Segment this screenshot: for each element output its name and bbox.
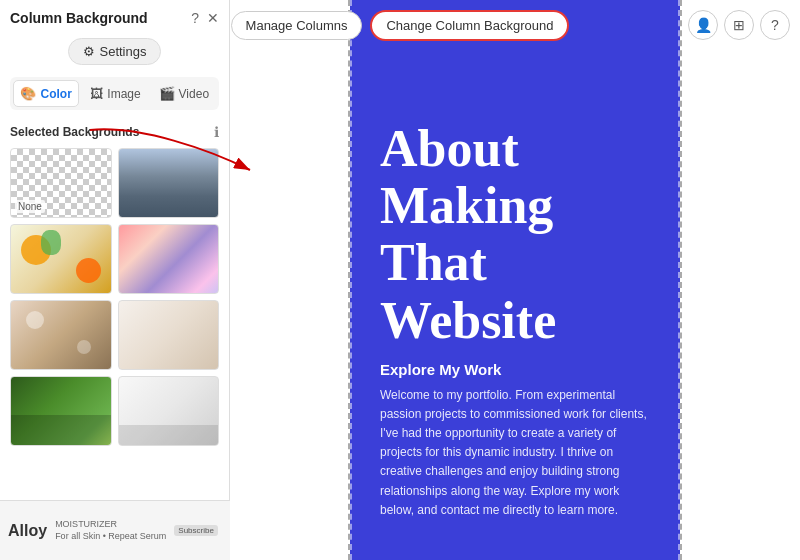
bg-none-label: None [15,200,45,213]
tab-color[interactable]: 🎨 Color [13,80,79,107]
tagline: For all Skin • Repeat Serum [55,531,166,543]
bg-flowers[interactable] [10,300,112,370]
top-bar-icons: 👤 ⊞ ? [688,10,790,40]
alloy-logo: Alloy [8,522,47,540]
top-bar: Manage Columns Change Column Background … [0,0,800,50]
explore-text: Welcome to my portfolio. From experiment… [380,386,650,520]
blue-column: AboutMaking ThatWebsite Explore My Work … [350,0,680,560]
left-dashed-border [350,0,352,560]
subscribe-tag: Subscribe [174,525,218,536]
bg-green[interactable] [10,376,112,446]
manage-columns-button[interactable]: Manage Columns [231,11,363,40]
bg-holo[interactable] [118,224,220,294]
bg-mountains[interactable] [118,148,220,218]
image-icon: 🖼 [90,86,103,101]
explore-label: Explore My Work [380,361,650,378]
color-icon: 🎨 [20,86,36,101]
tab-color-label: Color [40,87,71,101]
section-label-row: Selected Backgrounds ℹ [10,124,219,140]
product-info: MOISTURIZER For all Skin • Repeat Serum [55,519,166,542]
tab-image-label: Image [107,87,140,101]
grid-icon-button[interactable]: ⊞ [724,10,754,40]
product-name: MOISTURIZER [55,519,166,531]
tab-image[interactable]: 🖼 Image [83,80,147,107]
help-icon-button[interactable]: ? [760,10,790,40]
person-icon-button[interactable]: 👤 [688,10,718,40]
about-heading: AboutMaking ThatWebsite [380,120,650,349]
right-column [680,0,800,560]
backgrounds-grid: None [10,148,219,446]
bottom-strip: Alloy MOISTURIZER For all Skin • Repeat … [0,500,230,560]
tab-video-label: Video [179,87,209,101]
bg-white-light[interactable] [118,376,220,446]
section-label: Selected Backgrounds [10,125,139,139]
change-column-bg-button[interactable]: Change Column Background [370,10,569,41]
tab-row: 🎨 Color 🖼 Image 🎬 Video [10,77,219,110]
info-icon[interactable]: ℹ [214,124,219,140]
bg-beige[interactable] [118,300,220,370]
column-background-panel: Column Background ? ✕ ⚙ Settings 🎨 Color… [0,0,230,560]
bg-none[interactable]: None [10,148,112,218]
main-area: AboutMaking ThatWebsite Explore My Work … [230,0,800,560]
left-column [230,0,350,560]
bg-fruits[interactable] [10,224,112,294]
tab-video[interactable]: 🎬 Video [152,80,216,107]
video-icon: 🎬 [159,86,175,101]
